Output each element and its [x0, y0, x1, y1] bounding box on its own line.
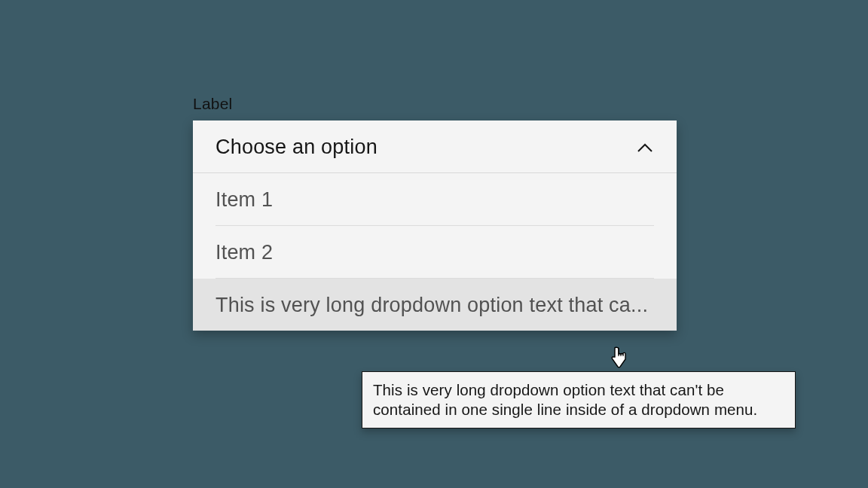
dropdown-item[interactable]: This is very long dropdown option text t… — [193, 279, 677, 331]
chevron-up-icon — [636, 139, 654, 157]
dropdown-label: Label — [193, 95, 677, 113]
dropdown-trigger[interactable]: Choose an option — [193, 120, 677, 173]
pointer-cursor-icon — [609, 346, 628, 369]
dropdown-item[interactable]: Item 2 — [215, 226, 654, 279]
dropdown: Choose an option Item 1 Item 2 This is v… — [193, 120, 677, 331]
dropdown-placeholder: Choose an option — [215, 136, 377, 159]
dropdown-item[interactable]: Item 1 — [215, 173, 654, 226]
dropdown-list: Item 1 Item 2 This is very long dropdown… — [193, 173, 677, 331]
tooltip: This is very long dropdown option text t… — [362, 371, 796, 429]
